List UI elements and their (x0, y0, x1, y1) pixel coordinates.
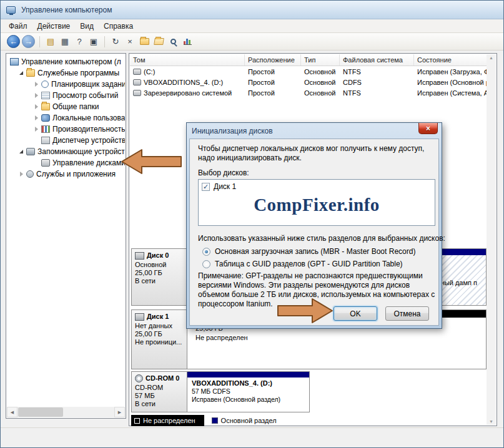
tree-item-label: Служебные программы (37, 69, 119, 77)
dialog-titlebar[interactable]: Инициализация дисков (187, 123, 442, 139)
expander-closed-icon[interactable] (32, 114, 40, 122)
properties-icon[interactable]: ▣ (87, 36, 100, 48)
volume-name: Зарезервировано системой (130, 89, 245, 97)
scrollbar-track[interactable] (17, 407, 114, 417)
disk1-checkbox[interactable]: ✓ (202, 183, 210, 191)
tree-item-disk-management[interactable]: Управление дисками (7, 157, 125, 168)
volume-layout: Простой (245, 68, 301, 75)
tree-item-computer-management[interactable]: Управление компьютером (л (7, 56, 125, 67)
volume-row[interactable]: (C:) Простой Основной NTFS Исправен (Заг… (130, 66, 487, 77)
volume-status: Исправен (Загрузка, Фай (414, 68, 487, 75)
volume-filesystem: NTFS (340, 68, 414, 75)
volume-type: Основной (301, 68, 340, 75)
disk1-item-label: Диск 1 (214, 182, 236, 191)
disk0-header[interactable]: Диск 0 Основной 25,00 ГБ В сети (131, 248, 187, 306)
back-icon[interactable]: ← (7, 35, 20, 48)
tree-item-performance[interactable]: Производительность (7, 124, 125, 135)
disk1-list-item[interactable]: ✓ Диск 1 (199, 180, 435, 193)
scrollbar-thumb[interactable] (18, 407, 63, 417)
column-header-volume[interactable]: Том (130, 54, 245, 66)
close-icon[interactable]: × (418, 123, 438, 134)
volume-status: Исправен (Основной раз (414, 79, 487, 86)
help-icon[interactable]: ? (73, 36, 86, 48)
tree-item-device-manager[interactable]: Диспетчер устройств (7, 135, 125, 146)
tree-item-label: Просмотр событий (52, 91, 118, 100)
gpt-radio-row[interactable]: Таблица с GUID разделов (GPT - GUID Part… (202, 260, 403, 268)
app-icon (6, 6, 16, 14)
ok-button[interactable]: OK (334, 306, 377, 321)
expander-closed-icon[interactable] (32, 80, 40, 88)
disk1-type: Нет данных (135, 322, 184, 330)
column-header-layout[interactable]: Расположение (245, 54, 301, 66)
scroll-down-icon[interactable]: ▼ (489, 419, 493, 424)
volume-layout: Простой (245, 89, 301, 97)
mbr-radio-label: Основная загрузочная запись (MBR - Maste… (215, 247, 415, 256)
mbr-radio-row[interactable]: Основная загрузочная запись (MBR - Maste… (202, 247, 415, 256)
gpt-radio-button[interactable] (202, 260, 210, 268)
volume-row[interactable]: Зарезервировано системой Простой Основно… (130, 87, 487, 98)
expander-closed-icon[interactable] (32, 125, 40, 133)
cdrom-row[interactable]: CD-ROM 0 CD-ROM 57 МБ В сети VBOXADDITIO… (131, 371, 487, 412)
menu-view[interactable]: Вид (75, 20, 99, 32)
cdrom-volume-label: VBOXADDITIONS_4. (D:) (187, 377, 309, 387)
menu-action[interactable]: Действие (32, 20, 76, 32)
show-tree-icon[interactable]: ▦ (59, 36, 71, 48)
expander-closed-icon[interactable] (17, 170, 25, 178)
tree-item-storage[interactable]: Запоминающие устройст (7, 146, 125, 157)
device-manager-icon (41, 137, 50, 144)
volume-row[interactable]: VBOXADDITIONS_4. (D:) Простой Основной C… (130, 77, 487, 87)
open-folder-icon[interactable] (152, 36, 165, 48)
folder-icon[interactable] (138, 36, 151, 48)
disk-drive-icon (135, 252, 144, 260)
primary-partition-swatch (212, 417, 218, 424)
cdrom-media-bar[interactable]: VBOXADDITIONS_4. (D:) 57 МБ CDFS Исправе… (187, 371, 310, 412)
menu-file[interactable]: Файл (4, 20, 32, 32)
column-header-status[interactable]: Состояние (414, 54, 487, 66)
scroll-right-icon[interactable]: ▶ (114, 407, 125, 417)
export-list-icon[interactable]: ▤ (44, 36, 57, 48)
expander-closed-icon[interactable] (32, 103, 40, 110)
titlebar[interactable]: Управление компьютером (1, 1, 503, 19)
unallocated-swatch (134, 418, 140, 424)
tree-item-task-scheduler[interactable]: Планировщик заданий (7, 79, 125, 90)
forward-icon[interactable]: → (22, 35, 35, 48)
tree-item-local-users[interactable]: Локальные пользовате (7, 112, 125, 124)
disk-list-box[interactable]: ✓ Диск 1 CompFixer.info (198, 179, 435, 226)
shared-folders-icon (41, 103, 50, 110)
search-icon[interactable] (167, 36, 179, 48)
computer-icon (10, 58, 19, 66)
column-header-type[interactable]: Тип (301, 54, 340, 66)
tree-item-system-tools[interactable]: Служебные программы (7, 67, 125, 79)
panel-vertical-scrollbar[interactable]: ▲ ▼ (487, 54, 496, 425)
disk1-header[interactable]: Диск 1 Нет данных 25,00 ГБ Не проиници..… (131, 309, 187, 369)
expander-placeholder (32, 159, 40, 167)
delete-icon[interactable]: × (124, 36, 136, 48)
tree-item-label: Запоминающие устройст (37, 147, 125, 156)
chart-icon[interactable] (181, 36, 194, 48)
console-tree-panel: Управление компьютером (л Служебные прог… (6, 53, 126, 419)
tree-item-event-viewer[interactable]: Просмотр событий (7, 90, 125, 101)
disk0-type: Основной (135, 261, 184, 269)
tree-item-services-applications[interactable]: Службы и приложения (7, 168, 125, 180)
column-header-filesystem[interactable]: Файловая система (340, 54, 414, 66)
menu-help[interactable]: Справка (99, 20, 138, 32)
cancel-button[interactable]: Отмена (385, 306, 429, 321)
expander-open-icon[interactable] (17, 148, 25, 155)
tree-item-label: Локальные пользовате (52, 114, 125, 122)
scroll-left-icon[interactable]: ◀ (7, 407, 17, 417)
computer-management-window: Управление компьютером Файл Действие Вид… (0, 0, 504, 448)
event-viewer-icon (41, 92, 50, 99)
partition-status-fragment: ный дамп п (441, 279, 477, 286)
tree-item-shared-folders[interactable]: Общие папки (7, 101, 125, 112)
expander-open-icon[interactable] (17, 69, 25, 77)
tree-horizontal-scrollbar[interactable]: ◀ ▶ (7, 407, 125, 417)
scroll-up-icon[interactable]: ▲ (489, 56, 493, 60)
refresh-icon[interactable]: ↻ (109, 36, 122, 48)
toolbar-separator (104, 36, 105, 47)
expander-closed-icon[interactable] (32, 92, 40, 99)
cdrom-header[interactable]: CD-ROM 0 CD-ROM 57 МБ В сети (131, 371, 187, 412)
local-users-icon (41, 114, 50, 122)
mbr-radio-button[interactable] (202, 248, 210, 256)
select-disks-label: Выбор дисков: (198, 168, 249, 177)
toolbar-separator (39, 36, 40, 47)
